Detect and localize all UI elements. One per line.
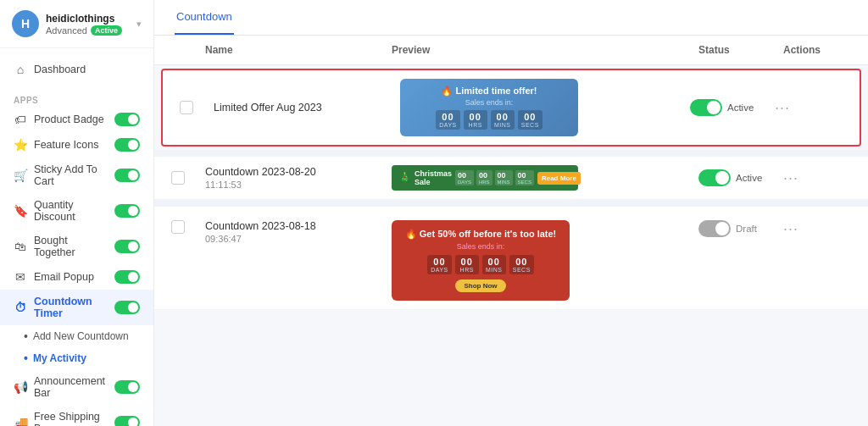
apps-section-label: APPS (0, 91, 153, 107)
row1-name: Limited Offer Aug 2023 (214, 102, 400, 113)
blue-countdown-row: 00 DAYS 00 HRS 00 MINS 00 (436, 110, 542, 130)
red-mins-lbl: MINS (486, 267, 503, 273)
product-badge-toggle[interactable] (114, 113, 140, 126)
announcement-bar-icon: 📢 (14, 380, 27, 394)
xmas-days-num: 00 (458, 171, 471, 180)
red-secs-lbl: SECS (513, 267, 531, 273)
tab-countdown[interactable]: Countdown (175, 0, 234, 35)
sidebar-label: Feature Icons (34, 139, 98, 151)
row3-date: 09:36:47 (205, 234, 392, 244)
sidebar-item-sticky-add-to-cart[interactable]: 🛒 Sticky Add To Cart (0, 158, 153, 193)
sidebar: H heidiclothings Advanced Active ▾ ⌂ Das… (0, 0, 154, 426)
countdown-timer-toggle[interactable] (114, 301, 140, 314)
row3-status-toggle[interactable] (698, 220, 731, 237)
red-hrs-seg: 00 HRS (455, 255, 479, 274)
row2-checkbox[interactable] (171, 171, 185, 185)
row3-checkbox[interactable] (171, 220, 185, 234)
days-num: 00 (442, 112, 453, 122)
row3-more-icon[interactable]: ··· (783, 220, 798, 237)
account-section[interactable]: H heidiclothings Advanced Active ▾ (0, 0, 153, 48)
xmas-hrs-lbl: HRS (479, 180, 490, 185)
product-badge-icon: 🏷 (14, 113, 27, 126)
table-row: Countdown 2023-08-20 11:11:53 🎄 Christma… (154, 157, 868, 200)
status-active-2: Active (698, 169, 783, 186)
sidebar-item-feature-icons[interactable]: ⭐ Feature Icons (0, 132, 153, 158)
row1-checkbox[interactable] (180, 101, 193, 114)
read-more-button[interactable]: Read More (537, 172, 581, 185)
quantity-discount-icon: 🔖 (14, 204, 27, 218)
xmas-secs-num: 00 (518, 171, 531, 180)
hrs-num: 00 (470, 112, 481, 122)
subnav-add-new-countdown[interactable]: Add New Countdown (24, 325, 153, 347)
free-shipping-toggle[interactable] (114, 416, 140, 426)
dashboard-label: Dashboard (34, 64, 86, 75)
row2-status-toggle[interactable] (698, 169, 731, 186)
row2-more-icon[interactable]: ··· (783, 169, 798, 186)
row1-status-label: Active (727, 102, 754, 113)
blue-offer-sub: Sales ends in: (465, 98, 514, 107)
content-area: Name Preview Status Actions Limited Offe… (154, 36, 868, 426)
sidebar-item-quantity-discount[interactable]: 🔖 Quantity Discount (0, 193, 153, 229)
row3-status: Draft (698, 220, 783, 237)
row2-actions[interactable]: ··· (783, 169, 851, 187)
sidebar-label: Countdown Timer (34, 296, 108, 319)
xmas-secs: 00 SECS (515, 170, 534, 185)
table-row: Countdown 2023-08-18 09:36:47 🔥 Get 50% … (154, 207, 868, 310)
red-secs-num: 00 (515, 257, 527, 267)
sticky-cart-toggle[interactable] (114, 169, 140, 182)
sidebar-label: Quantity Discount (34, 199, 108, 223)
xmas-mins: 00 MINS (495, 170, 513, 185)
sidebar-item-bought-together[interactable]: 🛍 Bought Together (0, 229, 153, 264)
sidebar-label: Product Badge (34, 113, 104, 125)
quantity-discount-toggle[interactable] (114, 204, 140, 218)
email-popup-toggle[interactable] (114, 270, 140, 284)
xmas-hrs-num: 00 (479, 171, 490, 180)
status-active: Active (690, 99, 775, 116)
row3-name: Countdown 2023-08-18 (205, 220, 392, 232)
xmas-hrs: 00 HRS (476, 170, 492, 185)
nav-apps: 🏷 Product Badge ⭐ Feature Icons 🛒 Sticky… (0, 107, 153, 426)
bought-together-toggle[interactable] (114, 240, 140, 253)
subnav-my-activity[interactable]: My Activity (24, 347, 153, 369)
red-offer-title: 🔥 Get 50% off before it's too late! (405, 229, 557, 240)
row1-actions[interactable]: ··· (775, 99, 843, 117)
secs-seg: 00 SECS (518, 110, 542, 130)
shop-now-button[interactable]: Shop Now (455, 279, 505, 292)
christmas-label: Christmas Sale (415, 169, 452, 186)
row1-preview: 🔥 Limited time offer! Sales ends in: 00 … (400, 79, 690, 136)
my-activity-label: My Activity (33, 352, 86, 364)
row-separator-2 (154, 200, 868, 207)
account-name: heidiclothings (46, 13, 130, 25)
sidebar-item-email-popup[interactable]: ✉ Email Popup (0, 264, 153, 290)
secs-lbl: SECS (521, 122, 539, 128)
red-days-lbl: DAYS (431, 267, 448, 273)
account-meta: Advanced Active (46, 25, 130, 36)
row-separator-1 (154, 150, 868, 157)
header-status: Status (698, 44, 783, 56)
row3-status-label: Draft (736, 224, 757, 234)
feature-icons-toggle[interactable] (114, 138, 140, 152)
red-mins-num: 00 (488, 257, 500, 267)
chevron-down-icon: ▾ (136, 19, 142, 30)
days-lbl: DAYS (439, 122, 457, 128)
row1-status-toggle[interactable] (690, 99, 722, 116)
row1-more-icon[interactable]: ··· (775, 99, 790, 116)
sidebar-label: Free Shipping Bar (34, 411, 108, 426)
sidebar-item-countdown-timer[interactable]: ⏱ Countdown Timer (0, 290, 153, 325)
account-info: heidiclothings Advanced Active (46, 13, 130, 36)
sidebar-item-dashboard[interactable]: ⌂ Dashboard (0, 57, 153, 82)
tabs-bar: Countdown (154, 0, 868, 36)
preview-red-widget: 🔥 Get 50% off before it's too late! Sale… (392, 220, 570, 301)
announcement-bar-toggle[interactable] (114, 380, 140, 394)
red-hrs-num: 00 (461, 257, 473, 267)
sidebar-item-free-shipping-bar[interactable]: 🚚 Free Shipping Bar (0, 405, 153, 426)
red-countdown-row: 00 DAYS 00 HRS 00 MINS 00 (427, 255, 534, 274)
sidebar-item-announcement-bar[interactable]: 📢 Announcement Bar (0, 369, 153, 405)
row3-actions[interactable]: ··· (783, 220, 851, 238)
mins-num: 00 (497, 112, 509, 122)
sidebar-item-product-badge[interactable]: 🏷 Product Badge (0, 107, 153, 132)
row1-status: Active (690, 99, 775, 116)
red-days-seg: 00 DAYS (427, 255, 452, 274)
sticky-cart-icon: 🛒 (14, 169, 27, 182)
preview-blue-widget: 🔥 Limited time offer! Sales ends in: 00 … (400, 79, 578, 136)
